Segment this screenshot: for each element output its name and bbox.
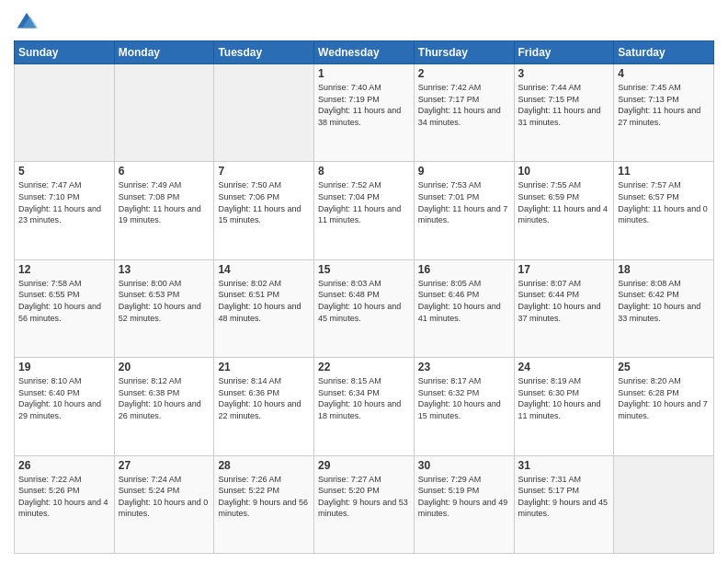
col-monday: Monday <box>114 41 214 64</box>
day-number: 16 <box>418 263 510 276</box>
day-number: 2 <box>418 67 510 80</box>
table-row: 20Sunrise: 8:12 AM Sunset: 6:38 PM Dayli… <box>114 358 214 455</box>
table-row <box>114 64 214 162</box>
day-number: 18 <box>618 263 710 276</box>
day-number: 13 <box>119 263 210 276</box>
table-row: 8Sunrise: 7:52 AM Sunset: 7:04 PM Daylig… <box>314 162 415 259</box>
day-number: 23 <box>418 361 510 373</box>
day-number: 30 <box>418 459 510 472</box>
day-info: Sunrise: 7:53 AM Sunset: 7:01 PM Dayligh… <box>418 179 510 225</box>
calendar-header-row: Sunday Monday Tuesday Wednesday Thursday… <box>15 41 714 64</box>
day-info: Sunrise: 8:02 AM Sunset: 6:51 PM Dayligh… <box>218 278 310 324</box>
day-number: 3 <box>518 67 610 80</box>
calendar-week-row: 12Sunrise: 7:58 AM Sunset: 6:55 PM Dayli… <box>15 259 714 357</box>
day-number: 28 <box>218 459 310 472</box>
day-info: Sunrise: 8:00 AM Sunset: 6:53 PM Dayligh… <box>119 278 210 324</box>
day-number: 15 <box>318 263 410 276</box>
table-row: 16Sunrise: 8:05 AM Sunset: 6:46 PM Dayli… <box>414 259 514 357</box>
day-info: Sunrise: 8:08 AM Sunset: 6:42 PM Dayligh… <box>618 278 710 324</box>
day-number: 9 <box>418 165 510 178</box>
day-info: Sunrise: 8:19 AM Sunset: 6:30 PM Dayligh… <box>518 375 610 421</box>
day-number: 25 <box>618 361 710 373</box>
day-number: 29 <box>318 459 410 472</box>
day-number: 22 <box>318 361 410 373</box>
col-friday: Friday <box>514 41 614 64</box>
table-row: 17Sunrise: 8:07 AM Sunset: 6:44 PM Dayli… <box>514 259 614 357</box>
day-info: Sunrise: 7:26 AM Sunset: 5:22 PM Dayligh… <box>218 474 310 520</box>
day-info: Sunrise: 7:45 AM Sunset: 7:13 PM Dayligh… <box>618 82 710 128</box>
table-row: 4Sunrise: 7:45 AM Sunset: 7:13 PM Daylig… <box>614 64 714 162</box>
day-info: Sunrise: 8:14 AM Sunset: 6:36 PM Dayligh… <box>218 375 310 421</box>
day-info: Sunrise: 7:57 AM Sunset: 6:57 PM Dayligh… <box>618 179 710 225</box>
page-header <box>14 9 714 35</box>
calendar-table: Sunday Monday Tuesday Wednesday Thursday… <box>14 40 714 554</box>
day-info: Sunrise: 8:17 AM Sunset: 6:32 PM Dayligh… <box>418 375 510 421</box>
day-number: 17 <box>518 263 610 276</box>
day-number: 4 <box>618 67 710 80</box>
table-row: 6Sunrise: 7:49 AM Sunset: 7:08 PM Daylig… <box>114 162 214 259</box>
day-info: Sunrise: 7:24 AM Sunset: 5:24 PM Dayligh… <box>119 474 210 520</box>
day-info: Sunrise: 8:10 AM Sunset: 6:40 PM Dayligh… <box>18 375 110 421</box>
day-info: Sunrise: 7:40 AM Sunset: 7:19 PM Dayligh… <box>318 82 410 128</box>
day-info: Sunrise: 8:07 AM Sunset: 6:44 PM Dayligh… <box>518 278 610 324</box>
day-info: Sunrise: 8:03 AM Sunset: 6:48 PM Dayligh… <box>318 278 410 324</box>
day-info: Sunrise: 7:29 AM Sunset: 5:19 PM Dayligh… <box>418 474 510 520</box>
day-info: Sunrise: 7:52 AM Sunset: 7:04 PM Dayligh… <box>318 179 410 225</box>
day-number: 21 <box>218 361 310 373</box>
logo <box>14 9 43 35</box>
day-number: 11 <box>618 165 710 178</box>
day-info: Sunrise: 7:58 AM Sunset: 6:55 PM Dayligh… <box>18 278 110 324</box>
table-row: 1Sunrise: 7:40 AM Sunset: 7:19 PM Daylig… <box>314 64 415 162</box>
col-wednesday: Wednesday <box>314 41 415 64</box>
table-row: 15Sunrise: 8:03 AM Sunset: 6:48 PM Dayli… <box>314 259 415 357</box>
calendar-week-row: 1Sunrise: 7:40 AM Sunset: 7:19 PM Daylig… <box>15 64 714 162</box>
table-row: 19Sunrise: 8:10 AM Sunset: 6:40 PM Dayli… <box>15 358 115 455</box>
day-info: Sunrise: 7:42 AM Sunset: 7:17 PM Dayligh… <box>418 82 510 128</box>
col-sunday: Sunday <box>15 41 115 64</box>
table-row: 13Sunrise: 8:00 AM Sunset: 6:53 PM Dayli… <box>114 259 214 357</box>
day-info: Sunrise: 7:50 AM Sunset: 7:06 PM Dayligh… <box>218 179 310 225</box>
table-row: 18Sunrise: 8:08 AM Sunset: 6:42 PM Dayli… <box>614 259 714 357</box>
day-info: Sunrise: 7:55 AM Sunset: 6:59 PM Dayligh… <box>518 179 610 225</box>
table-row: 5Sunrise: 7:47 AM Sunset: 7:10 PM Daylig… <box>15 162 115 259</box>
day-number: 5 <box>18 165 110 178</box>
day-number: 6 <box>119 165 210 178</box>
col-thursday: Thursday <box>414 41 514 64</box>
table-row: 12Sunrise: 7:58 AM Sunset: 6:55 PM Dayli… <box>15 259 115 357</box>
calendar-week-row: 26Sunrise: 7:22 AM Sunset: 5:26 PM Dayli… <box>15 455 714 553</box>
table-row: 23Sunrise: 8:17 AM Sunset: 6:32 PM Dayli… <box>414 358 514 455</box>
table-row <box>214 64 314 162</box>
table-row <box>614 455 714 553</box>
table-row: 22Sunrise: 8:15 AM Sunset: 6:34 PM Dayli… <box>314 358 415 455</box>
day-number: 7 <box>218 165 310 178</box>
day-info: Sunrise: 8:15 AM Sunset: 6:34 PM Dayligh… <box>318 375 410 421</box>
day-info: Sunrise: 7:44 AM Sunset: 7:15 PM Dayligh… <box>518 82 610 128</box>
day-number: 8 <box>318 165 410 178</box>
day-info: Sunrise: 7:47 AM Sunset: 7:10 PM Dayligh… <box>18 179 110 225</box>
day-info: Sunrise: 7:22 AM Sunset: 5:26 PM Dayligh… <box>18 474 110 520</box>
table-row: 21Sunrise: 8:14 AM Sunset: 6:36 PM Dayli… <box>214 358 314 455</box>
day-info: Sunrise: 8:05 AM Sunset: 6:46 PM Dayligh… <box>418 278 510 324</box>
day-number: 27 <box>119 459 210 472</box>
table-row: 26Sunrise: 7:22 AM Sunset: 5:26 PM Dayli… <box>15 455 115 553</box>
table-row: 10Sunrise: 7:55 AM Sunset: 6:59 PM Dayli… <box>514 162 614 259</box>
table-row: 14Sunrise: 8:02 AM Sunset: 6:51 PM Dayli… <box>214 259 314 357</box>
col-saturday: Saturday <box>614 41 714 64</box>
day-number: 1 <box>318 67 410 80</box>
table-row: 27Sunrise: 7:24 AM Sunset: 5:24 PM Dayli… <box>114 455 214 553</box>
table-row: 7Sunrise: 7:50 AM Sunset: 7:06 PM Daylig… <box>214 162 314 259</box>
day-number: 12 <box>18 263 110 276</box>
day-number: 19 <box>18 361 110 373</box>
day-info: Sunrise: 7:31 AM Sunset: 5:17 PM Dayligh… <box>518 474 610 520</box>
calendar-week-row: 19Sunrise: 8:10 AM Sunset: 6:40 PM Dayli… <box>15 358 714 455</box>
logo-icon <box>14 9 40 35</box>
day-info: Sunrise: 8:20 AM Sunset: 6:28 PM Dayligh… <box>618 375 710 421</box>
table-row: 11Sunrise: 7:57 AM Sunset: 6:57 PM Dayli… <box>614 162 714 259</box>
day-number: 14 <box>218 263 310 276</box>
table-row: 28Sunrise: 7:26 AM Sunset: 5:22 PM Dayli… <box>214 455 314 553</box>
day-number: 20 <box>119 361 210 373</box>
table-row: 24Sunrise: 8:19 AM Sunset: 6:30 PM Dayli… <box>514 358 614 455</box>
day-number: 31 <box>518 459 610 472</box>
table-row: 9Sunrise: 7:53 AM Sunset: 7:01 PM Daylig… <box>414 162 514 259</box>
day-number: 26 <box>18 459 110 472</box>
